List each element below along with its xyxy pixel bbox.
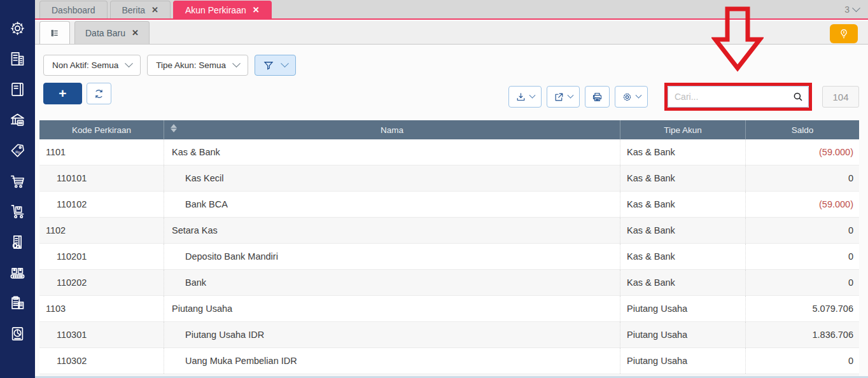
cell-nama: Piutang Usaha IDR <box>164 322 620 347</box>
header-kode-perkiraan[interactable]: Kode Perkiraan <box>39 120 164 139</box>
cell-nama: Kas & Bank <box>164 139 620 165</box>
table-row[interactable]: 110101 Kas Kecil Kas & Bank 0 <box>39 165 859 192</box>
close-icon[interactable]: ✕ <box>253 5 260 15</box>
cell-saldo: 5.079.706 <box>746 296 859 321</box>
table-row[interactable]: 110102 Bank BCA Kas & Bank (59.000) <box>39 192 859 218</box>
price-tag-icon[interactable]: Rp <box>8 140 28 160</box>
cell-kode-perkiraan: 110302 <box>39 348 164 374</box>
download-button[interactable] <box>508 86 542 108</box>
accounts-table: Kode Perkiraan Nama Tipe Akun Saldo 1101… <box>39 120 859 374</box>
tab-label: Data Baru <box>85 28 125 38</box>
cell-saldo: 1.836.706 <box>746 322 859 347</box>
export-button[interactable] <box>547 86 580 108</box>
table-row[interactable]: 1101 Kas & Bank Kas & Bank (59.000) <box>39 139 859 165</box>
cell-saldo: 0 <box>746 244 859 269</box>
cell-nama: Bank <box>164 270 620 295</box>
filter-non-aktif[interactable]: Non Aktif: Semua <box>43 55 141 76</box>
close-icon[interactable]: ✕ <box>132 28 139 38</box>
advanced-filter-button[interactable] <box>255 55 296 76</box>
grid-settings-button[interactable] <box>615 86 648 108</box>
filter-tipe-akun[interactable]: Tipe Akun: Semua <box>147 55 248 76</box>
filter-label: Non Aktif: Semua <box>52 60 118 70</box>
cell-tipe-akun: Kas & Bank <box>620 139 746 165</box>
production-icon[interactable] <box>8 262 28 283</box>
reports-icon[interactable] <box>8 323 28 344</box>
cell-nama: Kas Kecil <box>164 165 620 191</box>
company-icon[interactable] <box>8 48 28 69</box>
cell-nama: Bank BCA <box>164 192 620 217</box>
lightbulb-icon <box>838 28 850 39</box>
cell-kode-perkiraan: 110101 <box>39 165 164 191</box>
chevron-down-icon <box>281 59 289 67</box>
search-box <box>668 86 809 108</box>
cell-saldo: 0 <box>746 348 859 374</box>
table-row[interactable]: 110302 Uang Muka Pembelian IDR Piutang U… <box>39 348 859 374</box>
app-window: Rp TAX Dashboard Berita ✕ <box>0 0 868 378</box>
toolbar: + <box>35 76 868 111</box>
tab-dashboard[interactable]: Dashboard <box>39 1 108 18</box>
table-row[interactable]: 1103 Piutang Usaha Piutang Usaha 5.079.7… <box>39 296 859 322</box>
cell-tipe-akun: Kas & Bank <box>620 192 746 217</box>
tab-akun-perkiraan[interactable]: Akun Perkiraan ✕ <box>173 1 272 18</box>
tab-label: Dashboard <box>52 5 95 15</box>
refresh-icon <box>94 88 104 99</box>
cell-kode-perkiraan: 1101 <box>39 139 164 165</box>
download-icon <box>515 92 526 102</box>
fixed-assets-icon[interactable] <box>8 232 28 252</box>
close-icon[interactable]: ✕ <box>151 5 158 15</box>
search-input[interactable] <box>668 86 809 108</box>
tab-overflow-dropdown[interactable]: 3 <box>844 4 868 18</box>
chevron-down-icon <box>232 59 241 67</box>
filter-label: Tipe Akun: Semua <box>156 60 226 70</box>
table-row[interactable]: 110301 Piutang Usaha IDR Piutang Usaha 1… <box>39 322 859 348</box>
sort-icon[interactable] <box>171 124 177 132</box>
svg-text:TAX: TAX <box>14 297 19 300</box>
refresh-button[interactable] <box>87 83 111 104</box>
tab-strip: Dashboard Berita ✕ Akun Perkiraan ✕ <box>35 1 844 18</box>
cell-kode-perkiraan: 1103 <box>39 296 164 321</box>
table-row[interactable]: 110201 Deposito Bank Mandiri Kas & Bank … <box>39 244 859 270</box>
tax-icon[interactable]: TAX <box>8 293 28 313</box>
cell-tipe-akun: Piutang Usaha <box>620 296 746 321</box>
cell-nama: Deposito Bank Mandiri <box>164 244 620 269</box>
cell-tipe-akun: Kas & Bank <box>620 165 746 191</box>
purchases-cart-icon[interactable] <box>8 171 28 191</box>
cell-saldo: 0 <box>746 218 859 243</box>
cell-saldo: (59.000) <box>746 139 859 165</box>
inventory-trolley-icon[interactable] <box>8 201 28 221</box>
cell-kode-perkiraan: 110201 <box>39 244 164 269</box>
search-icon[interactable] <box>792 91 804 102</box>
export-icon <box>554 92 564 102</box>
add-account-button[interactable]: + <box>43 83 82 104</box>
tab-label: Berita <box>122 5 146 15</box>
record-count-badge: 104 <box>822 86 859 108</box>
chevron-down-icon <box>852 4 860 12</box>
svg-text:Rp: Rp <box>15 150 20 154</box>
tab-berita[interactable]: Berita ✕ <box>110 1 171 18</box>
plus-icon: + <box>59 86 66 101</box>
table-body: 1101 Kas & Bank Kas & Bank (59.000) 1101… <box>39 139 859 374</box>
bank-cash-icon[interactable] <box>8 109 28 130</box>
journal-icon[interactable] <box>8 79 28 99</box>
tips-button[interactable] <box>830 24 858 43</box>
document-tab-bar: Data Baru ✕ <box>35 21 868 45</box>
cell-tipe-akun: Piutang Usaha <box>620 348 746 374</box>
table-row[interactable]: 110202 Bank Kas & Bank 0 <box>39 270 859 296</box>
header-nama[interactable]: Nama <box>164 120 620 139</box>
print-icon <box>592 92 603 102</box>
settings-icon[interactable] <box>8 18 28 38</box>
header-tipe-akun[interactable]: Tipe Akun <box>620 120 746 139</box>
tab-data-baru[interactable]: Data Baru ✕ <box>74 21 150 44</box>
cell-saldo: (59.000) <box>746 192 859 217</box>
tab-label: Akun Perkiraan <box>185 5 246 15</box>
toolbar-left: + <box>43 83 111 104</box>
tab-account-list[interactable] <box>39 21 70 44</box>
header-saldo[interactable]: Saldo <box>746 120 859 139</box>
table-row[interactable]: 1102 Setara Kas Kas & Bank 0 <box>39 218 859 244</box>
cell-tipe-akun: Piutang Usaha <box>620 322 746 347</box>
cell-nama: Setara Kas <box>164 218 620 243</box>
print-button[interactable] <box>585 86 610 108</box>
annotation-highlight-box <box>664 83 812 111</box>
account-list-panel: Non Aktif: Semua Tipe Akun: Semua + <box>35 45 868 378</box>
tab-overflow-count: 3 <box>844 4 850 15</box>
